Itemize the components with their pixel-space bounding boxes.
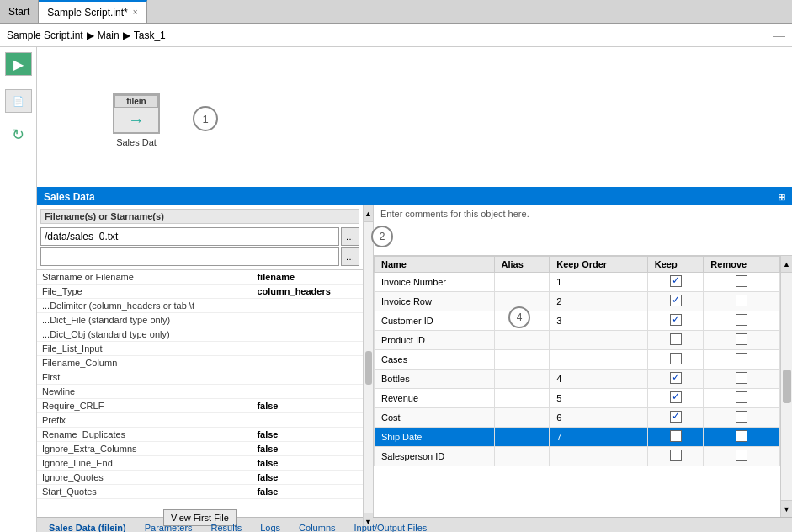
- prop-key: ...Dict_Obj (standard type only): [37, 327, 252, 342]
- badge-2: 2: [371, 226, 393, 247]
- col-name: Cases: [375, 350, 495, 370]
- bottom-tab[interactable]: Columns: [290, 521, 343, 533]
- keep-checkbox[interactable]: [670, 295, 682, 306]
- remove-checkbox[interactable]: [736, 275, 747, 287]
- keep-checkbox[interactable]: [670, 430, 682, 442]
- bottom-tab[interactable]: Sales Data (filein): [40, 521, 135, 533]
- table-row: Prefix: [37, 413, 363, 428]
- col-name: Customer ID: [375, 311, 495, 331]
- keep-checkbox[interactable]: [670, 450, 682, 461]
- filename-input-2[interactable]: [40, 247, 339, 266]
- keep-checkbox[interactable]: [670, 275, 682, 287]
- col-keep[interactable]: [647, 273, 704, 292]
- filename-label: Filename(s) or Starname(s): [40, 209, 359, 224]
- keep-checkbox[interactable]: [670, 372, 682, 384]
- table-row: Filename_Column: [37, 356, 363, 370]
- col-remove[interactable]: [704, 350, 780, 370]
- tool-button-1[interactable]: 📄: [5, 89, 32, 113]
- col-remove[interactable]: [704, 311, 780, 331]
- list-item: Invoice Row2: [375, 292, 780, 311]
- prop-key: ...Delimiter (column_headers or tab \t: [37, 299, 252, 313]
- bottom-tab[interactable]: Parameters: [136, 521, 201, 533]
- col-keep[interactable]: [647, 331, 704, 350]
- remove-checkbox[interactable]: [736, 353, 747, 364]
- col-keep[interactable]: [647, 311, 704, 331]
- col-alias: [494, 273, 550, 292]
- remove-checkbox[interactable]: [736, 314, 747, 326]
- col-remove[interactable]: [704, 331, 780, 350]
- col-remove[interactable]: [704, 428, 780, 447]
- col-remove[interactable]: [704, 273, 780, 292]
- col-alias: [494, 408, 550, 428]
- prop-value: [252, 299, 363, 313]
- panel-right: Enter comments for this object here. Nam…: [374, 205, 792, 517]
- prop-value: [252, 356, 363, 370]
- col-alias: [494, 350, 550, 370]
- col-keep-order: [550, 447, 648, 466]
- pin-icon[interactable]: ⊞: [778, 192, 785, 203]
- col-keep[interactable]: [647, 428, 704, 447]
- col-alias: [494, 428, 550, 447]
- remove-checkbox[interactable]: [736, 372, 747, 384]
- col-alias: [494, 447, 550, 466]
- close-icon[interactable]: ×: [133, 8, 138, 17]
- col-keep[interactable]: [647, 370, 704, 389]
- breadcrumb-sep-2: ▶: [123, 29, 130, 41]
- minimize-icon[interactable]: —: [773, 29, 785, 42]
- list-item: Cost6: [375, 408, 780, 428]
- breadcrumb-part-1[interactable]: Sample Script.int: [7, 29, 83, 41]
- keep-checkbox[interactable]: [670, 411, 682, 423]
- table-row: File_Typecolumn_headers: [37, 285, 363, 299]
- col-remove[interactable]: [704, 389, 780, 408]
- remove-checkbox[interactable]: [736, 391, 747, 403]
- col-keep[interactable]: [647, 350, 704, 370]
- remove-checkbox[interactable]: [736, 430, 747, 442]
- keep-checkbox[interactable]: [670, 391, 682, 403]
- col-name: Revenue: [375, 389, 495, 408]
- col-keep-order: 6: [550, 408, 648, 428]
- node-arrow-icon: →: [128, 110, 145, 130]
- remove-checkbox[interactable]: [736, 450, 747, 461]
- script-tab[interactable]: Sample Script.int* ×: [39, 0, 146, 23]
- start-tab[interactable]: Start: [0, 0, 39, 23]
- filename-section: Filename(s) or Starname(s) … 2: [37, 205, 363, 270]
- prop-key: Ignore_Extra_Columns: [37, 442, 252, 456]
- breadcrumb-bar: Sample Script.int ▶ Main ▶ Task_1 —: [0, 24, 792, 47]
- keep-checkbox[interactable]: [670, 353, 682, 364]
- col-remove[interactable]: [704, 370, 780, 389]
- node-label-bottom: Sales Dat: [116, 137, 157, 147]
- prop-value: [252, 413, 363, 428]
- bottom-tab[interactable]: Logs: [252, 521, 289, 533]
- filename-browse-btn[interactable]: …: [341, 227, 359, 246]
- bottom-tab[interactable]: Input/Output Files: [346, 521, 436, 533]
- breadcrumb-part-2[interactable]: Main: [98, 29, 120, 41]
- filename-browse-btn-2[interactable]: …: [341, 247, 359, 266]
- col-alias: [494, 389, 550, 408]
- col-keep[interactable]: [647, 389, 704, 408]
- breadcrumb-part-3[interactable]: Task_1: [134, 29, 166, 41]
- col-keep-order: [550, 350, 648, 370]
- table-row: ...Dict_Obj (standard type only): [37, 327, 363, 342]
- col-remove[interactable]: [704, 292, 780, 311]
- remove-checkbox[interactable]: [736, 295, 747, 306]
- play-button[interactable]: ▶: [5, 52, 32, 76]
- filein-node[interactable]: filein → Sales Dat: [113, 93, 160, 147]
- col-keep[interactable]: [647, 447, 704, 466]
- table-row: Newline: [37, 385, 363, 399]
- remove-checkbox[interactable]: [736, 333, 747, 345]
- bottom-tab[interactable]: Results: [203, 521, 251, 533]
- col-name: Cost: [375, 408, 495, 428]
- table-row: Ignore_Quotesfalse: [37, 471, 363, 485]
- remove-checkbox[interactable]: [736, 411, 747, 423]
- col-remove[interactable]: [704, 447, 780, 466]
- keep-checkbox[interactable]: [670, 314, 682, 326]
- prop-key: Require_CRLF: [37, 399, 252, 413]
- refresh-icon[interactable]: ↻: [7, 123, 30, 146]
- col-remove[interactable]: [704, 408, 780, 428]
- prop-key: Filename_Column: [37, 356, 252, 370]
- col-keep[interactable]: [647, 408, 704, 428]
- filename-input[interactable]: [40, 227, 339, 246]
- col-alias: [494, 331, 550, 350]
- keep-checkbox[interactable]: [670, 333, 682, 345]
- col-keep[interactable]: [647, 292, 704, 311]
